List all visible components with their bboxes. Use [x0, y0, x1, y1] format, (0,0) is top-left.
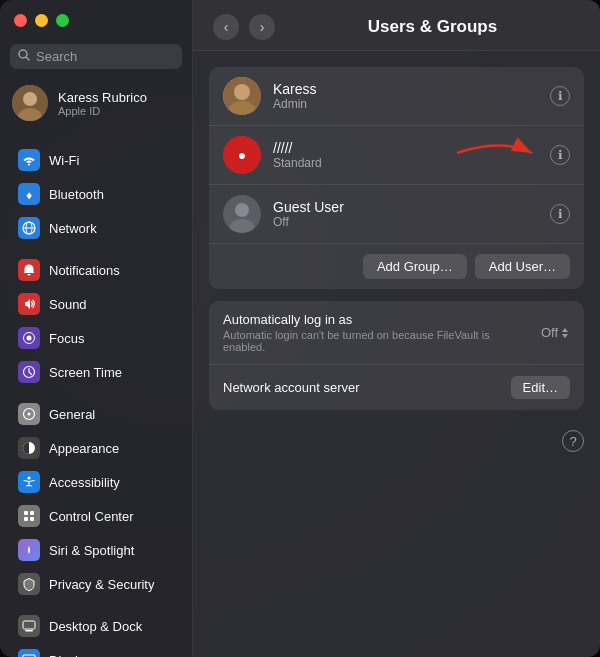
user-info-standard: ///// Standard [273, 140, 538, 170]
desktop-dock-icon [18, 615, 40, 637]
privacy-icon [18, 573, 40, 595]
sidebar-item-siri[interactable]: Siri & Spotlight [6, 534, 186, 566]
user-name-standard: ///// [273, 140, 538, 156]
svg-rect-15 [24, 511, 28, 515]
sidebar-item-notifications[interactable]: Notifications [6, 254, 186, 286]
sidebar-item-sound[interactable]: Sound [6, 288, 186, 320]
privacy-label: Privacy & Security [49, 577, 154, 592]
accessibility-label: Accessibility [49, 475, 120, 490]
network-label: Network [49, 221, 97, 236]
sidebar-item-general[interactable]: General [6, 398, 186, 430]
control-center-icon [18, 505, 40, 527]
sidebar-item-screen-time[interactable]: Screen Time [6, 356, 186, 388]
sidebar-item-displays[interactable]: Displays [6, 644, 186, 657]
svg-point-36 [234, 84, 250, 100]
avatar [12, 85, 48, 121]
sidebar-item-appearance[interactable]: Appearance [6, 432, 186, 464]
screen-time-icon [18, 361, 40, 383]
user-name-guest: Guest User [273, 199, 538, 215]
wifi-icon [18, 149, 40, 171]
wifi-label: Wi-Fi [49, 153, 79, 168]
appearance-icon [18, 437, 40, 459]
screen-time-label: Screen Time [49, 365, 122, 380]
siri-label: Siri & Spotlight [49, 543, 134, 558]
sidebar-item-network[interactable]: Network [6, 212, 186, 244]
profile-subtitle: Apple ID [58, 105, 147, 117]
user-row-karess: Karess Admin ℹ [209, 67, 584, 125]
auto-login-value: Off [541, 325, 570, 340]
sound-icon [18, 293, 40, 315]
sidebar-item-privacy[interactable]: Privacy & Security [6, 568, 186, 600]
auto-login-card: Automatically log in as Automatic login … [209, 301, 584, 410]
appearance-label: Appearance [49, 441, 119, 456]
avatar-standard: ● [223, 136, 261, 174]
info-button-standard[interactable]: ℹ [550, 145, 570, 165]
bluetooth-icon: ⬧ [18, 183, 40, 205]
sidebar-item-focus[interactable]: Focus [6, 322, 186, 354]
back-button[interactable]: ‹ [213, 14, 239, 40]
sidebar-item-accessibility[interactable]: Accessibility [6, 466, 186, 498]
svg-line-1 [27, 58, 30, 61]
profile-name: Karess Rubrico [58, 90, 147, 105]
avatar-guest [223, 195, 261, 233]
svg-rect-17 [24, 517, 28, 521]
user-role-karess: Admin [273, 97, 538, 111]
main-body: Karess Admin ℹ ● [193, 51, 600, 657]
sidebar-item-desktop-dock[interactable]: Desktop & Dock [6, 610, 186, 642]
main-header: ‹ › Users & Groups [193, 0, 600, 51]
focus-icon [18, 327, 40, 349]
main-content: ‹ › Users & Groups Karess [193, 0, 600, 657]
svg-rect-18 [30, 517, 34, 521]
edit-button[interactable]: Edit… [511, 376, 570, 399]
add-group-button[interactable]: Add Group… [363, 254, 467, 279]
notifications-label: Notifications [49, 263, 120, 278]
svg-point-44 [235, 203, 249, 217]
sidebar-item-wifi[interactable]: Wi-Fi [6, 144, 186, 176]
users-card: Karess Admin ℹ ● [209, 67, 584, 289]
displays-icon [18, 649, 40, 657]
sidebar: Search Karess Rubrico Apple ID [0, 0, 193, 657]
minimize-button[interactable] [35, 14, 48, 27]
auto-login-label: Automatically log in as Automatic login … [223, 312, 529, 353]
search-box[interactable]: Search [10, 44, 182, 69]
user-row-guest: Guest User Off ℹ [209, 184, 584, 243]
general-label: General [49, 407, 95, 422]
notifications-icon [18, 259, 40, 281]
buttons-row: Add Group… Add User… [209, 243, 584, 289]
help-button[interactable]: ? [562, 430, 584, 452]
info-button-guest[interactable]: ℹ [550, 204, 570, 224]
focus-label: Focus [49, 331, 84, 346]
profile-section[interactable]: Karess Rubrico Apple ID [0, 79, 192, 127]
add-user-button[interactable]: Add User… [475, 254, 570, 279]
svg-rect-16 [30, 511, 34, 515]
network-icon [18, 217, 40, 239]
auto-login-label-sub: Automatic login can't be turned on becau… [223, 329, 529, 353]
info-button-karess[interactable]: ℹ [550, 86, 570, 106]
auto-login-row: Automatically log in as Automatic login … [209, 301, 584, 364]
network-account-row: Network account server Edit… [209, 364, 584, 410]
desktop-dock-label: Desktop & Dock [49, 619, 142, 634]
help-row: ? [209, 422, 584, 460]
maximize-button[interactable] [56, 14, 69, 27]
page-title: Users & Groups [285, 17, 580, 37]
svg-point-12 [28, 413, 31, 416]
user-row-standard: ● ///// Standard ℹ [209, 125, 584, 184]
close-button[interactable] [14, 14, 27, 27]
svg-point-14 [28, 477, 31, 480]
profile-info: Karess Rubrico Apple ID [58, 90, 147, 117]
general-icon [18, 403, 40, 425]
bluetooth-label: Bluetooth [49, 187, 104, 202]
user-info-guest: Guest User Off [273, 199, 538, 229]
sidebar-item-control-center[interactable]: Control Center [6, 500, 186, 532]
user-role-guest: Off [273, 215, 538, 229]
forward-button[interactable]: › [249, 14, 275, 40]
sidebar-item-bluetooth[interactable]: ⬧ Bluetooth [6, 178, 186, 210]
displays-label: Displays [49, 653, 98, 658]
control-center-label: Control Center [49, 509, 134, 524]
auto-login-label-main: Automatically log in as [223, 312, 529, 327]
avatar-karess [223, 77, 261, 115]
svg-point-8 [27, 336, 32, 341]
network-account-label: Network account server [223, 380, 499, 395]
traffic-lights [14, 14, 69, 27]
svg-point-0 [19, 50, 27, 58]
